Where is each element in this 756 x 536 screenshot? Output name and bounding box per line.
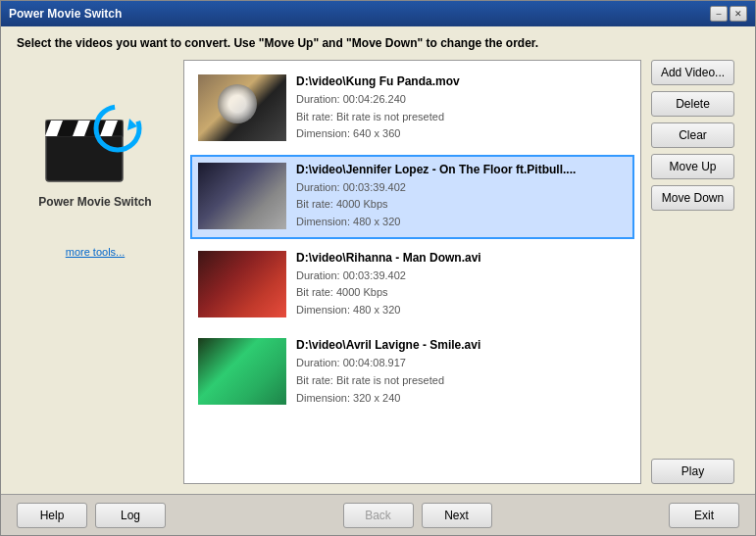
spacer [651,217,739,453]
clear-button[interactable]: Clear [651,122,734,148]
video-path: D:\video\Jennifer Lopez - On The Floor f… [296,163,627,176]
video-list[interactable]: D:\video\Kung Fu Panda.movDuration: 00:0… [183,60,641,484]
video-info: D:\video\Rihanna - Man Down.aviDuration:… [296,251,627,319]
close-button[interactable]: ✕ [730,6,747,22]
clapboard-icon [41,99,149,187]
exit-button[interactable]: Exit [669,503,739,528]
log-button[interactable]: Log [95,503,166,528]
main-window: Power Movie Switch – ✕ Select the videos… [0,0,756,536]
video-item[interactable]: D:\video\Rihanna - Man Down.aviDuration:… [190,243,634,327]
video-path: D:\video\Kung Fu Panda.mov [296,74,627,88]
right-panel: Add Video... Delete Clear Move Up Move D… [651,60,739,484]
bottom-bar: Help Log Back Next Exit [1,494,755,535]
video-thumbnail [198,338,286,405]
logo-area: Power Movie Switch more tools... [38,99,151,258]
window-title: Power Movie Switch [9,7,122,21]
minimize-button[interactable]: – [710,6,728,22]
left-panel: Power Movie Switch more tools... [17,60,174,484]
video-thumbnail [198,163,286,229]
add-video-button[interactable]: Add Video... [651,60,734,85]
back-button[interactable]: Back [343,503,414,528]
bottom-left-buttons: Help Log [17,503,166,528]
title-bar: Power Movie Switch – ✕ [1,1,755,26]
next-button[interactable]: Next [422,503,492,528]
video-item[interactable]: D:\video\Avril Lavigne - Smile.aviDurati… [190,330,634,414]
video-detail: Duration: 00:04:26.240Bit rate: Bit rate… [296,91,627,143]
play-button[interactable]: Play [651,459,734,484]
video-detail: Duration: 00:03:39.402Bit rate: 4000 Kbp… [296,179,627,231]
bottom-right-buttons: Exit [669,503,739,528]
video-info: D:\video\Kung Fu Panda.movDuration: 00:0… [296,74,627,143]
app-title-label: Power Movie Switch [38,195,151,209]
move-up-button[interactable]: Move Up [651,154,734,179]
video-thumbnail [198,251,286,317]
video-detail: Duration: 00:03:39.402Bit rate: 4000 Kbp… [296,268,627,319]
video-item[interactable]: D:\video\Kung Fu Panda.movDuration: 00:0… [190,67,634,151]
delete-button[interactable]: Delete [651,91,734,117]
video-info: D:\video\Avril Lavigne - Smile.aviDurati… [296,338,627,407]
more-tools-link[interactable]: more tools... [66,246,126,258]
video-info: D:\video\Jennifer Lopez - On The Floor f… [296,163,627,231]
content-area: Select the videos you want to convert. U… [1,26,755,494]
bottom-center-buttons: Back Next [343,503,492,528]
video-detail: Duration: 00:04:08.917Bit rate: Bit rate… [296,355,627,407]
instruction-text: Select the videos you want to convert. U… [17,36,739,50]
video-path: D:\video\Avril Lavigne - Smile.avi [296,338,627,352]
app-logo-svg [41,99,149,187]
window-controls: – ✕ [710,6,747,22]
move-down-button[interactable]: Move Down [651,185,734,211]
video-item[interactable]: D:\video\Jennifer Lopez - On The Floor f… [190,155,634,239]
main-panel: Power Movie Switch more tools... D:\vide… [17,60,739,484]
svg-marker-8 [127,119,137,130]
video-thumbnail [198,74,286,141]
video-path: D:\video\Rihanna - Man Down.avi [296,251,627,265]
help-button[interactable]: Help [17,503,87,528]
